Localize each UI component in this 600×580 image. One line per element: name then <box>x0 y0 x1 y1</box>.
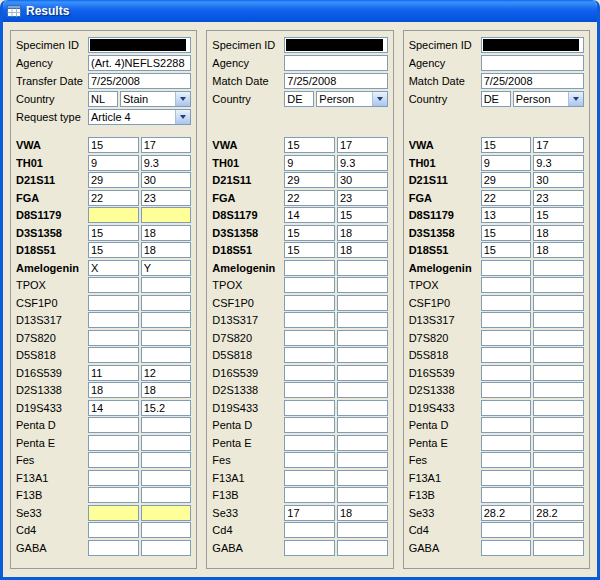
allele-field-2[interactable] <box>337 330 388 346</box>
allele-field-1[interactable] <box>481 400 532 416</box>
allele-field-2[interactable]: 28.2 <box>533 505 584 521</box>
allele-field-1[interactable] <box>88 470 139 486</box>
match-date-field[interactable]: 7/25/2008 <box>284 73 387 89</box>
allele-field-2[interactable] <box>141 417 192 433</box>
allele-field-2[interactable]: 30 <box>141 172 192 188</box>
allele-field-2[interactable] <box>533 400 584 416</box>
allele-field-2[interactable] <box>533 452 584 468</box>
allele-field-1[interactable] <box>284 522 335 538</box>
allele-field-2[interactable] <box>533 347 584 363</box>
allele-field-2[interactable] <box>141 487 192 503</box>
allele-field-1[interactable] <box>481 435 532 451</box>
allele-field-1[interactable]: 9 <box>481 155 532 171</box>
allele-field-2[interactable]: 23 <box>533 190 584 206</box>
allele-field-1[interactable]: 15 <box>481 225 532 241</box>
dropdown-button[interactable] <box>568 92 583 106</box>
allele-field-1[interactable]: 22 <box>481 190 532 206</box>
allele-field-2[interactable]: 18 <box>141 225 192 241</box>
allele-field-2[interactable] <box>141 435 192 451</box>
allele-field-2[interactable]: Y <box>141 260 192 276</box>
allele-field-2[interactable]: 18 <box>337 242 388 258</box>
allele-field-1[interactable] <box>88 487 139 503</box>
allele-field-2[interactable] <box>533 470 584 486</box>
allele-field-2[interactable] <box>533 435 584 451</box>
agency-field[interactable] <box>284 55 387 71</box>
allele-field-2[interactable] <box>337 312 388 328</box>
allele-field-2[interactable] <box>337 347 388 363</box>
allele-field-1[interactable]: 15 <box>88 242 139 258</box>
allele-field-2[interactable]: 17 <box>141 137 192 153</box>
allele-field-2[interactable] <box>337 435 388 451</box>
allele-field-1[interactable]: 11 <box>88 365 139 381</box>
allele-field-1[interactable]: 13 <box>481 207 532 223</box>
allele-field-2[interactable] <box>141 295 192 311</box>
allele-field-1[interactable]: 29 <box>88 172 139 188</box>
specimen-type-combo[interactable]: Person <box>316 91 387 107</box>
allele-field-1[interactable]: 15 <box>481 242 532 258</box>
allele-field-1[interactable] <box>481 452 532 468</box>
allele-field-2[interactable]: 17 <box>533 137 584 153</box>
allele-field-1[interactable]: 17 <box>284 505 335 521</box>
country-code-field[interactable]: NL <box>88 91 118 107</box>
allele-field-2[interactable] <box>337 487 388 503</box>
allele-field-2[interactable]: 18 <box>141 382 192 398</box>
allele-field-2[interactable] <box>141 312 192 328</box>
allele-field-2[interactable]: 9.3 <box>337 155 388 171</box>
allele-field-2[interactable] <box>141 505 192 521</box>
match-date-field[interactable]: 7/25/2008 <box>481 73 584 89</box>
allele-field-1[interactable] <box>481 330 532 346</box>
allele-field-2[interactable] <box>337 452 388 468</box>
allele-field-1[interactable] <box>481 540 532 556</box>
allele-field-1[interactable] <box>284 452 335 468</box>
agency-field[interactable]: (Art. 4)NEFLS2288 <box>88 55 191 71</box>
allele-field-1[interactable]: 22 <box>284 190 335 206</box>
allele-field-2[interactable]: 18 <box>337 505 388 521</box>
allele-field-1[interactable]: 15 <box>88 137 139 153</box>
agency-field[interactable] <box>481 55 584 71</box>
specimen-type-combo[interactable]: Person <box>513 91 584 107</box>
allele-field-2[interactable] <box>141 330 192 346</box>
country-code-field[interactable]: DE <box>481 91 511 107</box>
allele-field-1[interactable]: X <box>88 260 139 276</box>
specimen-id-field[interactable] <box>284 37 387 53</box>
allele-field-1[interactable] <box>481 277 532 293</box>
allele-field-2[interactable]: 18 <box>337 225 388 241</box>
allele-field-1[interactable] <box>481 295 532 311</box>
allele-field-2[interactable] <box>533 330 584 346</box>
allele-field-2[interactable] <box>337 382 388 398</box>
allele-field-2[interactable]: 30 <box>337 172 388 188</box>
allele-field-2[interactable] <box>337 277 388 293</box>
allele-field-1[interactable] <box>88 435 139 451</box>
allele-field-2[interactable] <box>141 277 192 293</box>
dropdown-button[interactable] <box>175 110 190 124</box>
allele-field-1[interactable] <box>284 470 335 486</box>
allele-field-2[interactable] <box>533 312 584 328</box>
allele-field-2[interactable] <box>533 382 584 398</box>
allele-field-1[interactable] <box>481 470 532 486</box>
allele-field-1[interactable] <box>284 435 335 451</box>
allele-field-1[interactable] <box>481 312 532 328</box>
allele-field-2[interactable] <box>533 540 584 556</box>
allele-field-1[interactable]: 15 <box>284 225 335 241</box>
allele-field-2[interactable]: 9.3 <box>533 155 584 171</box>
allele-field-1[interactable] <box>88 417 139 433</box>
allele-field-1[interactable] <box>284 347 335 363</box>
allele-field-1[interactable] <box>88 347 139 363</box>
allele-field-1[interactable] <box>88 295 139 311</box>
allele-field-2[interactable]: 15 <box>533 207 584 223</box>
allele-field-1[interactable] <box>284 295 335 311</box>
allele-field-1[interactable] <box>88 277 139 293</box>
country-code-field[interactable]: DE <box>284 91 314 107</box>
specimen-type-combo[interactable]: Stain <box>120 91 191 107</box>
specimen-id-field[interactable] <box>481 37 584 53</box>
allele-field-2[interactable]: 12 <box>141 365 192 381</box>
allele-field-1[interactable]: 15 <box>284 137 335 153</box>
allele-field-1[interactable]: 9 <box>284 155 335 171</box>
allele-field-1[interactable]: 18 <box>88 382 139 398</box>
specimen-id-field[interactable] <box>88 37 191 53</box>
allele-field-1[interactable] <box>88 312 139 328</box>
allele-field-1[interactable] <box>481 417 532 433</box>
allele-field-2[interactable]: 30 <box>533 172 584 188</box>
allele-field-1[interactable] <box>284 540 335 556</box>
allele-field-2[interactable]: 23 <box>337 190 388 206</box>
